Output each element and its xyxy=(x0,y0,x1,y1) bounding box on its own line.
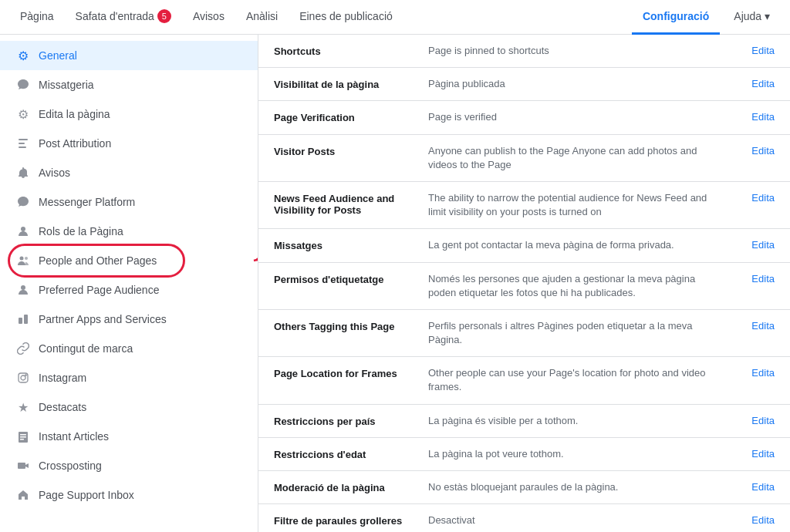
settings-edit-button[interactable]: Edita xyxy=(736,447,775,460)
settings-row: Filtre de paraules grolleresDesactivatEd… xyxy=(258,504,790,532)
settings-edit-button[interactable]: Edita xyxy=(736,191,775,204)
edit-link[interactable]: Edita xyxy=(751,367,775,379)
edit-link[interactable]: Edita xyxy=(751,448,775,460)
settings-edit-button[interactable]: Edita xyxy=(736,77,775,89)
edit-link[interactable]: Edita xyxy=(751,320,775,332)
sidebar-item-instagram[interactable]: Instagram xyxy=(0,363,258,392)
settings-value: Desactivat xyxy=(428,513,736,527)
settings-row: Restriccions per paísLa pàgina és visibl… xyxy=(258,405,790,438)
svg-point-12 xyxy=(25,375,26,375)
settings-value: No estàs bloquejant paraules de la pàgin… xyxy=(428,480,736,494)
sidebar-item-contingut[interactable]: Contingut de marca xyxy=(0,334,258,363)
red-arrow-annotation xyxy=(246,245,258,276)
audience-icon xyxy=(15,282,31,298)
partner-icon xyxy=(15,311,31,327)
settings-edit-button[interactable]: Edita xyxy=(736,144,775,157)
sidebar-item-preferred[interactable]: Preferred Page Audience xyxy=(0,275,258,305)
sidebar-item-partner[interactable]: Partner Apps and Services xyxy=(0,305,258,334)
settings-edit-button[interactable]: Edita xyxy=(736,513,775,526)
sidebar-item-avisos[interactable]: Avisos xyxy=(0,158,258,187)
edit-link[interactable]: Edita xyxy=(751,78,775,89)
sidebar-item-people[interactable]: People and Other Pages xyxy=(0,246,258,275)
edit-link[interactable]: Edita xyxy=(751,145,775,157)
settings-edit-button[interactable]: Edita xyxy=(736,319,775,332)
settings-edit-button[interactable]: Edita xyxy=(736,272,775,285)
sidebar-item-general[interactable]: ⚙ General xyxy=(0,41,258,70)
settings-row: ShortcutsPage is pinned to shortcutsEdit… xyxy=(258,35,790,68)
star-icon: ★ xyxy=(15,399,31,415)
settings-edit-button[interactable]: Edita xyxy=(736,238,775,251)
settings-value: Només les persones que ajuden a gestiona… xyxy=(428,272,736,300)
sidebar-item-crossposting[interactable]: Crossposting xyxy=(0,451,258,480)
nav-safata[interactable]: Safata d'entrada 5 xyxy=(65,0,182,35)
nav-configuracio[interactable]: Configuració xyxy=(632,0,720,35)
sidebar-item-missatgeria[interactable]: Missatgeria xyxy=(0,70,258,99)
edit-link[interactable]: Edita xyxy=(751,111,775,123)
settings-row: MissatgesLa gent pot contactar la meva p… xyxy=(258,229,790,262)
settings-label: Restriccions per país xyxy=(274,414,428,427)
svg-point-4 xyxy=(20,257,24,261)
settings-edit-button[interactable]: Edita xyxy=(736,366,775,379)
edit-link[interactable]: Edita xyxy=(751,514,775,526)
edit-link[interactable]: Edita xyxy=(751,481,775,493)
sidebar-item-post-attribution[interactable]: Post Attribution xyxy=(0,129,258,158)
settings-value: Anyone can publish to the Page Anyone ca… xyxy=(428,144,736,172)
nav-ajuda[interactable]: Ajuda ▾ xyxy=(723,0,781,35)
sidebar-item-rols[interactable]: Rols de la Pàgina xyxy=(0,217,258,246)
instagram-icon xyxy=(15,370,31,386)
svg-rect-17 xyxy=(18,463,25,469)
settings-value: La gent pot contactar la meva pàgina de … xyxy=(428,238,736,252)
settings-value: Perfils personals i altres Pàgines poden… xyxy=(428,319,736,347)
settings-row: Visibilitat de la pàginaPàgina publicada… xyxy=(258,68,790,101)
settings-row: Others Tagging this PagePerfils personal… xyxy=(258,310,790,357)
svg-rect-15 xyxy=(20,436,26,438)
svg-point-3 xyxy=(21,227,25,231)
svg-rect-1 xyxy=(19,143,25,144)
settings-row: Page Location for FramesOther people can… xyxy=(258,357,790,404)
nav-analisi[interactable]: Anàlisi xyxy=(235,0,289,35)
svg-rect-16 xyxy=(20,439,24,440)
settings-label: Moderació de la pàgina xyxy=(274,480,428,493)
settings-table: ShortcutsPage is pinned to shortcutsEdit… xyxy=(258,35,790,532)
settings-label: Page Verification xyxy=(274,110,428,123)
sidebar-item-instant[interactable]: Instant Articles xyxy=(0,422,258,451)
nav-avisos[interactable]: Avisos xyxy=(182,0,235,35)
svg-point-11 xyxy=(21,375,25,380)
sidebar-item-edita[interactable]: ⚙ Edita la pàgina xyxy=(0,99,258,129)
settings-edit-button[interactable]: Edita xyxy=(736,44,775,56)
link-icon xyxy=(15,341,31,356)
edit-link[interactable]: Edita xyxy=(751,415,775,426)
bell-icon xyxy=(15,165,31,180)
svg-rect-9 xyxy=(24,315,28,324)
people-icon xyxy=(15,253,31,268)
settings-edit-button[interactable]: Edita xyxy=(736,480,775,493)
settings-content: ShortcutsPage is pinned to shortcutsEdit… xyxy=(258,35,790,532)
settings-edit-button[interactable]: Edita xyxy=(736,414,775,426)
sidebar-item-destacats[interactable]: ★ Destacats xyxy=(0,392,258,422)
edit-link[interactable]: Edita xyxy=(751,273,775,285)
svg-rect-2 xyxy=(19,146,26,148)
nav-pagina[interactable]: Pàgina xyxy=(9,0,65,35)
gear-icon: ⚙ xyxy=(15,48,31,63)
svg-rect-0 xyxy=(19,139,28,140)
settings-label: Shortcuts xyxy=(274,44,428,57)
settings-value: Page is pinned to shortcuts xyxy=(428,44,736,58)
settings-label: Visibilitat de la pàgina xyxy=(274,77,428,90)
settings-edit-button[interactable]: Edita xyxy=(736,110,775,123)
edit-link[interactable]: Edita xyxy=(751,45,775,56)
edit-link[interactable]: Edita xyxy=(751,192,775,204)
top-navigation: Pàgina Safata d'entrada 5 Avisos Anàlisi… xyxy=(0,0,790,35)
settings-row: Permisos d'etiquetatgeNomés les persones… xyxy=(258,263,790,310)
nav-eines[interactable]: Eines de publicació xyxy=(289,0,403,35)
svg-point-7 xyxy=(21,285,25,290)
settings-label: Filtre de paraules grolleres xyxy=(274,513,428,527)
home-icon xyxy=(15,487,31,503)
person-icon xyxy=(15,224,31,239)
edit-link[interactable]: Edita xyxy=(751,239,775,251)
svg-rect-14 xyxy=(20,434,26,436)
sidebar-item-page-support[interactable]: Page Support Inbox xyxy=(0,480,258,510)
settings-value: La pàgina és visible per a tothom. xyxy=(428,414,736,428)
svg-rect-8 xyxy=(19,318,22,324)
sidebar-item-messenger[interactable]: Messenger Platform xyxy=(0,187,258,217)
settings-icon: ⚙ xyxy=(15,106,31,122)
